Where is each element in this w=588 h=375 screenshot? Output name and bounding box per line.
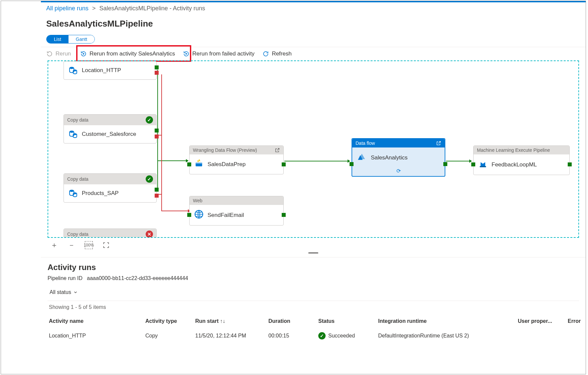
node-label: SalesDataPrep (208, 161, 245, 168)
cell-error (566, 328, 588, 344)
database-icon (69, 189, 78, 198)
cell-activity-type: Copy (144, 328, 194, 344)
wrangle-icon (194, 159, 204, 169)
cell-activity-name[interactable]: Location_HTTP (48, 328, 144, 344)
open-icon[interactable] (436, 141, 441, 146)
node-label: Products_SAP (82, 190, 119, 197)
col-user-properties[interactable]: User proper... (516, 315, 566, 328)
showing-count: Showing 1 - 5 of 5 items (48, 304, 579, 315)
col-activity-type[interactable]: Activity type (144, 315, 194, 328)
node-label: Customer_Salesforce (82, 131, 136, 138)
ml-icon (478, 159, 488, 170)
resize-handle[interactable] (308, 252, 318, 253)
col-duration[interactable]: Duration (267, 315, 317, 328)
col-integration-runtime[interactable]: Integration runtime (377, 315, 516, 328)
cell-status: ✓ Succeeded (317, 328, 377, 344)
activity-runs-heading: Activity runs (48, 263, 579, 272)
cell-integration-runtime: DefaultIntegrationRuntime (East US 2) (377, 328, 516, 344)
cell-user-properties (516, 328, 566, 344)
svg-point-4 (70, 190, 74, 192)
node-header: Copy data (67, 117, 88, 123)
node-sendfailemail[interactable]: Web SendFailEmail (189, 196, 284, 226)
node-label: SalesAnalytics (371, 154, 408, 161)
dataflow-icon (357, 152, 367, 163)
highlight-box (76, 45, 191, 62)
node-header: Copy data (67, 176, 88, 182)
activity-runs-section: Activity runs Pipeline run ID aaaa0000-b… (41, 257, 586, 344)
error-icon: ✕ (146, 231, 153, 238)
cell-run-start: 11/5/20, 12:12:44 PM (194, 328, 267, 344)
zoom-in-button[interactable]: ＋ (50, 241, 58, 249)
database-icon (69, 130, 78, 139)
globe-icon (194, 210, 204, 221)
breadcrumb-root-link[interactable]: All pipeline runs (46, 5, 88, 12)
refresh-button[interactable]: Refresh (262, 50, 292, 57)
svg-point-3 (73, 133, 77, 135)
cell-duration: 00:00:15 (267, 328, 317, 344)
node-header: Machine Learning Execute Pipeline (477, 147, 550, 153)
svg-point-0 (70, 67, 74, 69)
refresh-icon (262, 50, 269, 57)
rerun-button[interactable]: Rerun (46, 50, 71, 57)
success-icon: ✓ (318, 332, 326, 339)
node-header: Wrangling Data Flow (Preview) (193, 147, 257, 153)
breadcrumb: All pipeline runs > SalesAnalyticsMLPipe… (41, 2, 586, 15)
rerun-icon (46, 50, 53, 57)
activity-runs-table: Activity name Activity type Run start ↑↓… (48, 315, 579, 344)
node-header: Data flow (356, 141, 375, 146)
svg-rect-7 (196, 163, 202, 164)
node-label: SendFailEmail (208, 212, 244, 219)
svg-point-2 (70, 131, 74, 133)
success-icon: ✓ (146, 175, 153, 183)
zoom-reset-button[interactable]: 100% (85, 241, 93, 249)
col-activity-name[interactable]: Activity name (48, 315, 144, 328)
col-error[interactable]: Error (566, 315, 588, 328)
zoom-fit-button[interactable] (102, 241, 110, 249)
view-toggle: List Gantt (46, 35, 95, 44)
node-feedbackloopml[interactable]: Machine Learning Execute Pipeline Feedba… (473, 145, 570, 175)
view-list-tab[interactable]: List (47, 35, 69, 43)
open-icon[interactable] (275, 147, 280, 153)
node-salesdataprep[interactable]: Wrangling Data Flow (Preview) SalesDataP… (189, 145, 284, 174)
sync-icon[interactable]: ⟳ (352, 168, 445, 176)
node-header: Copy data (67, 232, 88, 237)
svg-point-1 (73, 69, 77, 71)
chevron-down-icon (73, 290, 78, 295)
pipeline-canvas[interactable]: Location_HTTP Copy data ✓ Customer_Sales… (48, 60, 579, 238)
node-copydata-4[interactable]: Copy data ✕ (64, 229, 157, 238)
node-location-http[interactable]: Location_HTTP (64, 61, 157, 80)
run-id-label: Pipeline run ID (48, 275, 82, 281)
svg-point-5 (73, 192, 77, 194)
database-icon (69, 66, 78, 75)
breadcrumb-separator: > (90, 5, 98, 12)
breadcrumb-current: SalesAnalyticsMLPipeline - Activity runs (99, 5, 205, 12)
zoom-out-button[interactable]: － (68, 241, 75, 249)
sort-icon: ↑↓ (220, 318, 225, 324)
rerun-from-failed-button[interactable]: Rerun from failed activity (183, 50, 254, 57)
zoom-toolbar: ＋ － 100% (41, 238, 586, 252)
col-run-start[interactable]: Run start ↑↓ (194, 315, 267, 328)
node-products-sap[interactable]: Copy data ✓ Products_SAP (64, 173, 157, 203)
col-status[interactable]: Status (317, 315, 377, 328)
run-id-value: aaaa0000-bb11-cc22-dd33-eeeeee444444 (87, 275, 188, 281)
node-header: Web (193, 198, 203, 203)
view-gantt-tab[interactable]: Gantt (69, 35, 94, 43)
node-label: Location_HTTP (82, 67, 121, 74)
success-icon: ✓ (146, 116, 153, 124)
svg-rect-9 (480, 166, 486, 167)
page-title: SalesAnalyticsMLPipeline (41, 15, 586, 35)
toolbar: Rerun Rerun from activity SalesAnalytics… (41, 47, 586, 60)
status-filter[interactable]: All status (48, 288, 579, 301)
node-label: FeedbackLoopML (492, 161, 537, 168)
node-customer-salesforce[interactable]: Copy data ✓ Customer_Salesforce (64, 114, 157, 143)
node-salesanalytics[interactable]: Data flow SalesAnalytics ⟳ (352, 138, 445, 177)
